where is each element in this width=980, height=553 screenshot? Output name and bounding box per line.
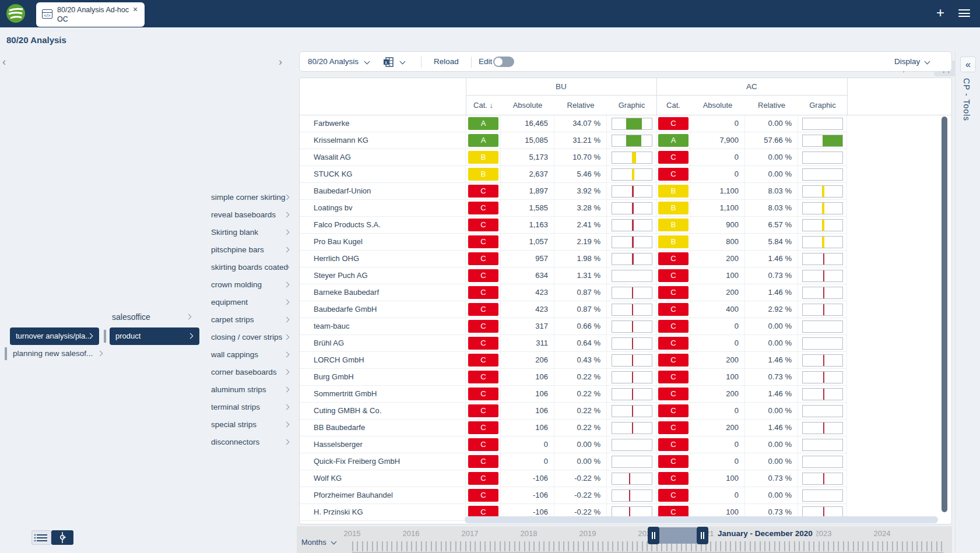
panel-back-arrow[interactable]: ‹ [2, 56, 6, 68]
list-view-button[interactable] [31, 530, 51, 545]
tree-product-item[interactable]: carpet strips [211, 315, 254, 324]
tree-node-planning-new[interactable]: planning new salesof... [13, 349, 93, 358]
report-toolbar: 80/20 Analysis x Reload Edit Display [299, 51, 952, 72]
horizontal-scrollbar[interactable] [465, 516, 938, 523]
panel-forward-arrow[interactable]: › [279, 56, 282, 68]
month-tick [897, 541, 898, 551]
tree-product-item[interactable]: reveal baseboards [211, 210, 276, 219]
tree-product-item[interactable]: pitschpine bars [211, 245, 264, 254]
report-selector-chevron-icon[interactable] [364, 59, 370, 65]
table-row[interactable]: HasselsbergerC00.00 %C00.00 % [300, 436, 847, 453]
tree-product-item[interactable]: wall cappings [211, 350, 258, 359]
app-logo-icon[interactable] [6, 3, 26, 23]
reload-button[interactable]: Reload [434, 57, 459, 66]
table-row[interactable]: Wolf KGC-106-0.22 %C1000.73 % [300, 470, 847, 487]
tree-product-item[interactable]: disconnectors [211, 438, 259, 446]
customer-name: Farbwerke [300, 115, 466, 132]
tree-product-item[interactable]: closing / cover strips [211, 333, 282, 341]
export-chevron-icon[interactable] [400, 59, 406, 65]
bu-relative-value: 3.92 % [554, 183, 607, 200]
tree-product-item[interactable]: terminal strips [211, 403, 260, 411]
table-row[interactable]: Falco Products S.A.C1,1632.41 %B9006.57 … [300, 217, 847, 234]
table-row[interactable]: Wasalit AGB5,17310.70 %C00.00 % [300, 149, 847, 166]
tree-product-item[interactable]: equipment [211, 298, 248, 307]
month-tick [744, 541, 746, 551]
month-tick [642, 541, 643, 551]
month-tick [367, 541, 368, 551]
graphic-bar [629, 490, 630, 501]
graphic-bar [632, 406, 633, 417]
tree-product-item[interactable]: special strips [211, 420, 257, 429]
tree-product-item[interactable]: simple corner skirting [211, 193, 286, 202]
category-badge: B [658, 185, 689, 198]
main-menu-icon[interactable] [958, 9, 970, 17]
tree-view-button[interactable] [51, 530, 73, 545]
bu-absolute-value: 0 [501, 436, 554, 453]
tree-product-item[interactable]: Skirting blank [211, 228, 258, 237]
table-row[interactable]: Baubedarfe GmbHC4230.87 %C4002.92 % [300, 301, 847, 318]
column-header-acgra[interactable]: Graphic [798, 96, 847, 115]
table-row[interactable]: Burg GmbHC1060.22 %C1000.73 % [300, 369, 847, 386]
column-header-accat[interactable]: Cat. [656, 96, 690, 115]
table-row[interactable]: team-baucC3170.66 %C00.00 % [300, 318, 847, 335]
column-header-burel[interactable]: Relative [554, 96, 607, 115]
table-row[interactable]: Quick-Fix Freiberg GmbHC00.00 %C00.00 % [300, 453, 847, 470]
table-row[interactable]: FarbwerkeA16,46534.07 %C00.00 % [300, 115, 847, 132]
column-header-buabs[interactable]: Absolute [501, 96, 554, 115]
table-row[interactable]: Herrlich OHGC9571.98 %C2001.46 % [300, 251, 847, 267]
month-tick [912, 541, 913, 551]
header-divider [656, 78, 657, 115]
report-selector[interactable]: 80/20 Analysis [308, 57, 359, 66]
table-row[interactable]: Brühl AGC3110.64 %C00.00 % [300, 335, 847, 352]
vertical-scrollbar[interactable] [942, 117, 947, 512]
category-badge: A [468, 134, 498, 147]
ac-relative-value: 1.46 % [745, 352, 798, 369]
table-row[interactable]: Baubedarf-UnionC1,8973.92 %B1,1008.03 % [300, 183, 847, 200]
table-row[interactable]: STUCK KGB2,6375.46 %C00.00 % [300, 166, 847, 183]
excel-export-icon[interactable]: x [383, 57, 394, 67]
tree-product-item[interactable]: corner baseboards [211, 368, 277, 376]
bu-absolute-value: 106 [501, 403, 554, 420]
ac-absolute-value: 0 [690, 335, 745, 352]
range-slider-fill[interactable] [659, 527, 697, 544]
tree-node-turnover-analysis[interactable]: turnover analysis/pla... [10, 327, 99, 345]
tab-close-icon[interactable]: × [133, 5, 138, 14]
tree-view-icon [58, 532, 66, 543]
edit-toggle[interactable] [493, 57, 514, 67]
tree-product-item[interactable]: crown molding [211, 280, 262, 289]
table-row[interactable]: Cuting GMBH & Co.C1060.22 %C00.00 % [300, 403, 847, 420]
tree-node-product[interactable]: product [110, 327, 199, 345]
table-row[interactable]: BB BaubedarfeC1060.22 %C2001.46 % [300, 420, 847, 436]
ac-absolute-value: 1,100 [690, 200, 745, 217]
graphic-bar-cell [612, 185, 652, 198]
document-tab[interactable]: </> 80/20 Analysis Ad-hoc OC × [36, 2, 145, 27]
range-slider-right-handle[interactable] [697, 527, 708, 544]
display-chevron-icon[interactable] [925, 59, 930, 65]
table-row[interactable]: LORCH GmbHC2060.43 %C2001.46 % [300, 352, 847, 369]
table-row[interactable]: Barneke BaubedarfC4230.87 %C2001.46 % [300, 284, 847, 301]
granularity-selector[interactable]: Months [301, 538, 336, 547]
table-row[interactable]: Krisselmann KGA15,08531.21 %A7,90057.66 … [300, 132, 847, 149]
new-tab-button[interactable]: + [932, 5, 949, 22]
tree-product-item[interactable]: aluminum strips [211, 385, 266, 394]
table-row[interactable]: Pro Bau KugelC1,0572.19 %B8005.84 % [300, 234, 847, 251]
display-menu[interactable]: Display [894, 57, 920, 66]
table-row[interactable]: Loatings bvC1,5853.28 %B1,1008.03 % [300, 200, 847, 217]
column-header-bugra[interactable]: Graphic [607, 96, 656, 115]
ac-absolute-value: 0 [690, 149, 745, 166]
month-tick [931, 541, 932, 551]
column-header-bucat[interactable]: Cat. ↓ [466, 96, 501, 115]
month-tick [460, 541, 461, 551]
month-tick [730, 541, 731, 551]
table-row[interactable]: Steyer Puch AGC6341.31 %C1000.73 % [300, 267, 847, 284]
table-row[interactable]: Sommertritt GmbHC1060.22 %C2001.46 % [300, 386, 847, 403]
tree-node-salesoffice[interactable]: salesoffice [112, 312, 150, 322]
collapse-panel-button[interactable]: « [960, 57, 976, 72]
range-slider-left-handle[interactable] [648, 527, 659, 544]
table-row[interactable]: Pforzheimer BauhandelC-106-0.22 %C00.00 … [300, 487, 847, 504]
month-tick [622, 541, 623, 551]
column-header-acrel[interactable]: Relative [745, 96, 798, 115]
tree-product-item[interactable]: skirting boards coated [211, 263, 288, 272]
column-header-acabs[interactable]: Absolute [690, 96, 745, 115]
graphic-bar-cell [612, 405, 652, 417]
